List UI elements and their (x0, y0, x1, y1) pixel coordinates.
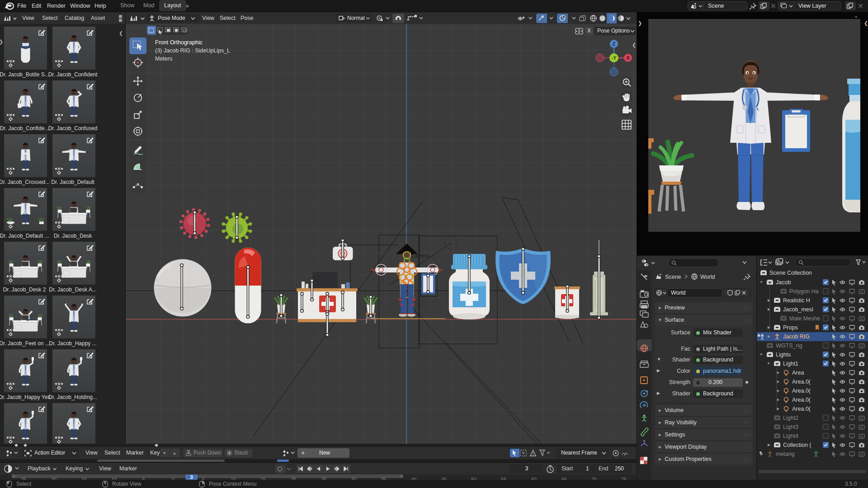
svg-text:-Y: -Y (612, 55, 617, 61)
svg-text:X: X (626, 55, 629, 61)
svg-text:Scene: Scene (665, 274, 681, 280)
svg-text:Z: Z (613, 41, 616, 47)
svg-text:World: World (700, 274, 715, 280)
svg-text:Camera: Camera (411, 253, 429, 258)
